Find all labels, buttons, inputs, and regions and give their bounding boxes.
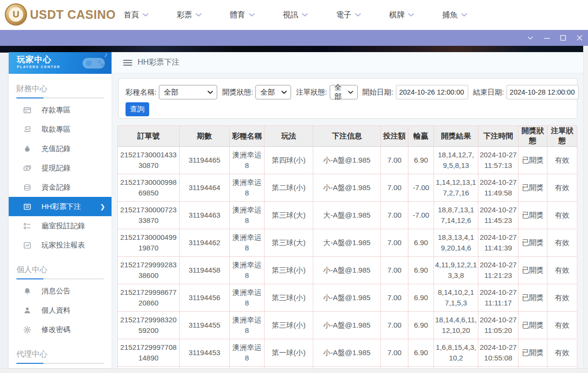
- table-row: 215217299977081489031194453澳洲幸运8第一球(小)小-…: [118, 339, 577, 367]
- nav-item[interactable]: 捕魚: [442, 10, 467, 20]
- sidebar-item[interactable]: 修改密碼: [9, 320, 112, 339]
- table-cell: 31194465: [180, 147, 230, 174]
- sidebar-item[interactable]: 取款專區: [9, 120, 112, 139]
- window-minimize-button[interactable]: [543, 34, 550, 41]
- table-cell: 2152173000049919870: [118, 229, 180, 257]
- table-row: 215217299986772086031194456澳洲幸运8第三球(小)小-…: [118, 284, 577, 312]
- table-cell: 有效: [547, 312, 577, 339]
- table-cell: 2024-10-27 10:55:08: [478, 339, 518, 367]
- vertical-scrollbar[interactable]: [583, 46, 588, 368]
- bet-status-select[interactable]: 全部: [330, 85, 358, 99]
- filter-panel: 彩種名稱: 全部 開獎狀態: 全部 注單狀態: 全部 開始日期: 結束日期: 查…: [118, 78, 577, 119]
- table-cell: 7.00: [381, 174, 408, 202]
- table-cell: 小-A盤@1.985: [313, 339, 381, 367]
- window-maximize-button[interactable]: [560, 34, 567, 41]
- start-date-input[interactable]: [396, 85, 468, 99]
- table-cell: 6.90: [408, 229, 434, 257]
- column-header: 訂單號: [118, 126, 180, 147]
- table-cell: 4,11,9,12,2,13,3,8: [434, 257, 478, 284]
- sidebar-section-title: 個人中心: [16, 265, 104, 275]
- deposit-card-icon: [23, 106, 31, 114]
- sidebar-item[interactable]: 廳室投註記錄: [9, 216, 112, 235]
- draw-status-select[interactable]: 全部: [255, 85, 291, 99]
- banknote-icon: [23, 164, 31, 172]
- table-cell: 小-A盤@1.985: [313, 147, 381, 174]
- table-cell: 2152172999832059200: [118, 312, 180, 339]
- end-date-label: 結束日期:: [473, 88, 504, 97]
- sidebar-item[interactable]: 代理規則說明: [9, 366, 112, 368]
- table-cell: 6.90: [408, 284, 434, 312]
- table-cell: 已開獎: [518, 312, 547, 339]
- horizontal-scrollbar[interactable]: [0, 368, 588, 373]
- lottery-name-select[interactable]: 全部: [159, 85, 217, 99]
- chevron-down-icon: [527, 36, 533, 40]
- close-icon: [576, 35, 583, 41]
- chevron-right-icon: ❯: [100, 203, 105, 210]
- bell-icon: [23, 287, 31, 295]
- table-cell: 澳洲幸运8: [230, 174, 265, 202]
- sidebar-item[interactable]: 充值記錄: [9, 139, 112, 158]
- lottery-name-label: 彩種名稱:: [126, 88, 156, 97]
- table-cell: 已開獎: [518, 339, 547, 367]
- ticket-list-icon: [23, 203, 31, 211]
- table-cell: 大-A盤@1.985: [313, 229, 381, 257]
- column-header: 注單狀態: [547, 126, 577, 147]
- table-cell: 2152173000099869850: [118, 174, 180, 202]
- column-header: 下注信息: [313, 126, 381, 147]
- end-date-input[interactable]: [506, 85, 579, 99]
- sidebar-item[interactable]: 消息公告: [9, 281, 112, 301]
- table-cell: 31194462: [180, 229, 230, 257]
- nav-item-label: 棋牌: [389, 10, 405, 20]
- brand-emblem-icon: U: [5, 3, 27, 26]
- withdraw-hand-icon: [23, 125, 31, 134]
- table-cell: 已開獎: [518, 257, 547, 284]
- table-cell: 31194464: [180, 174, 230, 202]
- hamburger-menu-icon[interactable]: [123, 58, 132, 67]
- table-cell: 第三球(大): [265, 229, 313, 257]
- sidebar-section: 代理中心 代理規則說明: [9, 349, 112, 368]
- nav-item[interactable]: 視訊: [283, 10, 308, 20]
- sidebar-item[interactable]: 玩家投注報表: [9, 235, 112, 255]
- sidebar-item-label: 玩家投注報表: [42, 241, 85, 250]
- table-cell: 18,14,12,7,9,5,8,13: [434, 147, 478, 174]
- nav-item[interactable]: 棋牌: [389, 10, 414, 20]
- query-button[interactable]: 查詢: [126, 102, 149, 116]
- sidebar-item[interactable]: 存款專區: [9, 100, 112, 120]
- nav-item[interactable]: 電子: [336, 10, 361, 20]
- sidebar-header: 玩家中心 PLAYERS CENTER: [9, 52, 112, 74]
- chevron-down-icon: [142, 13, 149, 17]
- table-cell: 第三球(小): [265, 284, 313, 312]
- gear-icon: [23, 326, 31, 334]
- table-cell: 有效: [547, 202, 577, 229]
- sidebar-item[interactable]: HH彩票下注 ❯: [9, 197, 112, 216]
- sidebar-item-label: 廳室投註記錄: [42, 221, 85, 231]
- section-underline: [16, 278, 104, 279]
- table-cell: 2024-10-27 11:45:23: [478, 202, 518, 229]
- column-header: 開獎狀態: [518, 126, 547, 147]
- nav-item[interactable]: 首頁: [124, 10, 149, 20]
- table-row: 215217300004991987031194462澳洲幸运8第三球(大)大-…: [118, 229, 577, 257]
- table-cell: 澳洲幸运8: [230, 229, 265, 257]
- window-close-button[interactable]: [576, 34, 583, 41]
- table-cell: 7.00: [381, 229, 408, 257]
- table-cell: 第四球(小): [265, 147, 313, 174]
- table-cell: 2152172999867720860: [118, 284, 180, 312]
- sidebar-item[interactable]: 個人資料: [9, 301, 112, 320]
- gamepad-icon: [79, 53, 109, 72]
- sidebar-item[interactable]: 資金記錄: [9, 178, 112, 197]
- window-collapse-button[interactable]: [527, 34, 534, 41]
- sidebar-item-label: 修改密碼: [42, 325, 70, 334]
- nav-item[interactable]: 體育: [230, 10, 255, 20]
- nav-item[interactable]: 彩票: [177, 10, 202, 20]
- start-date-label: 開始日期:: [363, 88, 393, 97]
- sidebar-item[interactable]: 提現記錄: [9, 158, 112, 178]
- table-cell: 7.00: [381, 284, 408, 312]
- column-header: 彩種名稱: [230, 126, 265, 147]
- brand-logo[interactable]: U USDT CASINO: [5, 3, 116, 26]
- table-cell: 31194456: [180, 284, 230, 312]
- main-nav: 首頁 彩票 體育 視訊 電子 棋牌 捕魚: [124, 0, 467, 30]
- table-cell: 小-A盤@1.985: [313, 174, 381, 202]
- chevron-down-icon: [408, 13, 414, 17]
- column-header: 期數: [180, 126, 230, 147]
- column-header: 玩法: [265, 126, 313, 147]
